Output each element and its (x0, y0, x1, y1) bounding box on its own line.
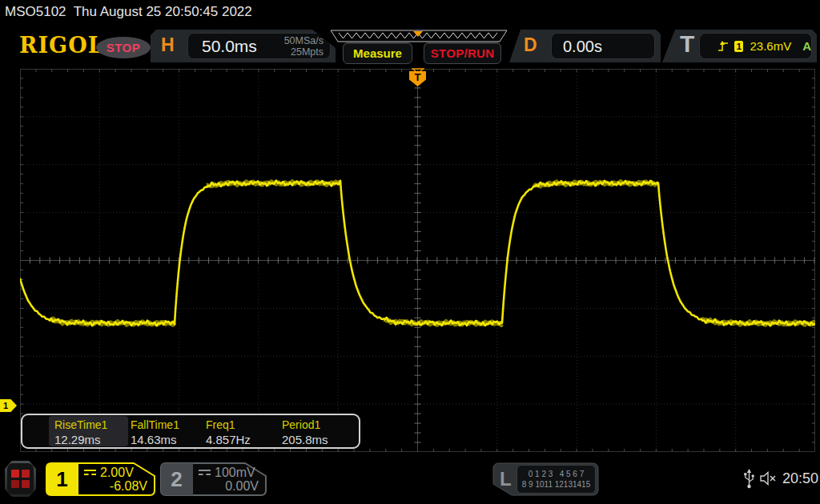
channel2-widget[interactable]: 2 100mV 0.00V (160, 462, 267, 496)
measurement-falltime[interactable]: FallTime1 14.63ms (131, 415, 207, 447)
measurement-label: RiseTime1 (54, 418, 107, 431)
measurement-risetime[interactable]: RiseTime1 12.29ms (54, 415, 131, 447)
channel2-number: 2 (160, 467, 193, 492)
measure-button[interactable]: Measure (343, 42, 412, 64)
channel1-number: 1 (46, 467, 78, 492)
logic-row-8-15: 8 9 1011 12131415 (517, 479, 595, 490)
channel1-scale: 2.00V (100, 466, 134, 480)
trigger-widget[interactable]: T 1 23.6mV A (662, 30, 817, 62)
channel1-ground-marker[interactable]: 1 (0, 399, 17, 412)
measurement-label: FallTime1 (131, 418, 179, 431)
logic-channels-widget[interactable]: L 0 1 2 3 4 5 6 7 8 9 1011 12131415 (492, 462, 599, 496)
channel1-offset: -6.08V (110, 479, 147, 494)
delay-widget[interactable]: D 0.00s (509, 30, 661, 62)
waveform-display (20, 69, 815, 452)
horizontal-widget[interactable]: H 50.0ms 50MSa/s 25Mpts (151, 30, 336, 62)
measurement-label: Period1 (282, 418, 320, 431)
sound-muted-icon (760, 471, 778, 486)
channel2-scale-row: 100mV (199, 466, 255, 480)
channel2-scale: 100mV (215, 466, 255, 480)
logic-channel-numbers: 0 1 2 3 4 5 6 7 8 9 1011 12131415 (517, 465, 596, 494)
stop-run-button[interactable]: STOP/RUN (424, 42, 501, 64)
acquisition-info: 50MSa/s 25Mpts (284, 35, 324, 58)
rising-edge-icon (718, 40, 728, 52)
logic-row-0-7: 0 1 2 3 4 5 6 7 (517, 469, 595, 479)
oscilloscope-screen: MSO5102 Thu August 25 20:50:45 2022 RIGO… (0, 0, 820, 504)
windows-menu-button[interactable] (5, 461, 36, 497)
measurement-value: 12.29ms (54, 433, 101, 446)
delay-label: D (524, 34, 537, 56)
clock: 20:50 (782, 470, 818, 487)
trigger-label: T (680, 30, 694, 58)
trigger-source-badge: 1 (734, 41, 743, 52)
memory-position-bar[interactable] (330, 30, 508, 42)
measurement-value: 4.857Hz (206, 433, 251, 446)
trigger-mode-auto: A (802, 39, 811, 53)
trigger-inner-panel: 1 23.6mV A (699, 33, 812, 59)
trigger-level-value: 23.6mV (750, 39, 791, 53)
measurement-panel[interactable]: RiseTime1 12.29ms FallTime1 14.63ms Freq… (21, 414, 360, 449)
status-bar-text: MSO5102 Thu August 25 20:50:45 2022 (5, 4, 252, 20)
dc-coupling-icon (84, 470, 96, 478)
measurement-period[interactable]: Period1 205.8ms (282, 415, 358, 447)
timebase-value: 50.0ms (202, 37, 257, 56)
delay-value: 0.00s (563, 38, 602, 56)
measurement-value: 14.63ms (131, 433, 177, 446)
horizontal-label: H (161, 34, 175, 56)
run-state-badge: STOP (96, 37, 151, 58)
rigol-logo: RIGOL (19, 33, 104, 58)
horizontal-inner-panel: 50.0ms 50MSa/s 25Mpts (187, 33, 331, 59)
channel1-scale-row: 2.00V (84, 466, 134, 480)
windows-grid-icon (7, 463, 34, 494)
measurement-value: 205.8ms (282, 433, 328, 446)
dc-coupling-icon (199, 470, 211, 478)
memory-depth: 25Mpts (284, 46, 324, 58)
logic-label: L (500, 468, 512, 490)
measurement-label: Freq1 (206, 418, 235, 431)
sample-rate: 50MSa/s (284, 35, 324, 46)
channel1-widget[interactable]: 1 2.00V -6.08V (46, 462, 155, 496)
delay-inner-panel: 0.00s (551, 33, 655, 59)
measurement-freq[interactable]: Freq1 4.857Hz (206, 415, 282, 447)
usb-icon (743, 468, 755, 490)
channel2-offset: 0.00V (225, 479, 259, 494)
